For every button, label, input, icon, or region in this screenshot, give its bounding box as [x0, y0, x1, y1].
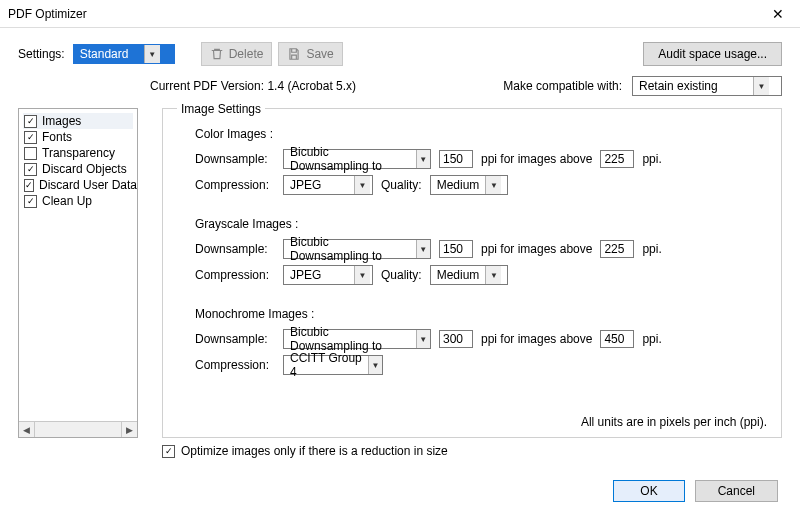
category-list: ✓ Images ✓ Fonts Transparency ✓ Discard …	[18, 108, 138, 438]
chevron-down-icon: ▼	[144, 45, 160, 63]
color-images-heading: Color Images :	[195, 127, 767, 141]
monochrome-images-heading: Monochrome Images :	[195, 307, 767, 321]
sidebar-item-images[interactable]: ✓ Images	[23, 113, 133, 129]
chevron-down-icon: ▼	[368, 356, 382, 374]
checkbox-icon[interactable]	[24, 147, 37, 160]
color-images-section: Color Images : Downsample: Bicubic Downs…	[177, 127, 767, 195]
chevron-down-icon: ▼	[485, 266, 501, 284]
sidebar-item-label: Clean Up	[42, 194, 92, 208]
checkbox-icon[interactable]: ✓	[24, 179, 34, 192]
optimize-checkbox[interactable]: ✓	[162, 445, 175, 458]
units-footnote: All units are in pixels per inch (ppi).	[581, 415, 767, 429]
color-compression-combo[interactable]: JPEG ▼	[283, 175, 373, 195]
color-downsample-row: Downsample: Bicubic Downsampling to ▼ 15…	[195, 149, 767, 169]
chevron-down-icon: ▼	[354, 176, 370, 194]
delete-button[interactable]: Delete	[201, 42, 273, 66]
mono-ppi-input[interactable]: 300	[439, 330, 473, 348]
settings-label: Settings:	[18, 47, 65, 61]
trash-icon	[210, 47, 224, 61]
delete-label: Delete	[229, 47, 264, 61]
gray-quality-combo[interactable]: Medium ▼	[430, 265, 508, 285]
color-compression-row: Compression: JPEG ▼ Quality: Medium ▼	[195, 175, 767, 195]
panel-title: Image Settings	[177, 102, 265, 116]
ppi-above-label: ppi for images above	[481, 152, 592, 166]
compat-label: Make compatible with:	[503, 79, 622, 93]
chevron-down-icon: ▼	[753, 77, 769, 95]
compression-label: Compression:	[195, 178, 275, 192]
save-icon	[287, 47, 301, 61]
grayscale-images-section: Grayscale Images : Downsample: Bicubic D…	[177, 217, 767, 285]
optimize-only-row: ✓ Optimize images only if there is a red…	[0, 438, 800, 458]
compat-value: Retain existing	[633, 79, 753, 93]
gray-downsample-combo[interactable]: Bicubic Downsampling to ▼	[283, 239, 431, 259]
mono-downsample-combo[interactable]: Bicubic Downsampling to ▼	[283, 329, 431, 349]
main-area: ✓ Images ✓ Fonts Transparency ✓ Discard …	[0, 106, 800, 438]
settings-combo-value: Standard	[74, 47, 144, 61]
meta-row: Current PDF Version: 1.4 (Acrobat 5.x) M…	[0, 74, 800, 106]
quality-label: Quality:	[381, 178, 422, 192]
sidebar-item-fonts[interactable]: ✓ Fonts	[23, 129, 133, 145]
toolbar: Settings: Standard ▼ Delete Save Audit s…	[0, 28, 800, 74]
gray-above-input[interactable]: 225	[600, 240, 634, 258]
grayscale-images-heading: Grayscale Images :	[195, 217, 767, 231]
settings-combo[interactable]: Standard ▼	[73, 44, 175, 64]
checkbox-icon[interactable]: ✓	[24, 195, 37, 208]
chevron-down-icon: ▼	[416, 330, 430, 348]
save-label: Save	[306, 47, 333, 61]
sidebar-item-clean-up[interactable]: ✓ Clean Up	[23, 193, 133, 209]
color-ppi-input[interactable]: 150	[439, 150, 473, 168]
sidebar-item-label: Fonts	[42, 130, 72, 144]
chevron-down-icon: ▼	[354, 266, 370, 284]
h-scrollbar[interactable]: ◀ ▶	[19, 421, 137, 437]
color-downsample-combo[interactable]: Bicubic Downsampling to ▼	[283, 149, 431, 169]
sidebar-item-label: Images	[42, 114, 81, 128]
sidebar-item-label: Discard Objects	[42, 162, 127, 176]
current-pdf-version: Current PDF Version: 1.4 (Acrobat 5.x)	[150, 79, 356, 93]
optimize-label: Optimize images only if there is a reduc…	[181, 444, 448, 458]
audit-space-usage-button[interactable]: Audit space usage...	[643, 42, 782, 66]
ppi-label: ppi.	[642, 332, 661, 346]
compression-label: Compression:	[195, 358, 275, 372]
mono-compression-row: Compression: CCITT Group 4 ▼	[195, 355, 767, 375]
sidebar-item-discard-objects[interactable]: ✓ Discard Objects	[23, 161, 133, 177]
checkbox-icon[interactable]: ✓	[24, 163, 37, 176]
checkbox-icon[interactable]: ✓	[24, 131, 37, 144]
monochrome-images-section: Monochrome Images : Downsample: Bicubic …	[177, 307, 767, 375]
scroll-right-icon[interactable]: ▶	[121, 422, 137, 437]
category-items: ✓ Images ✓ Fonts Transparency ✓ Discard …	[19, 109, 137, 421]
compression-label: Compression:	[195, 268, 275, 282]
gray-compression-combo[interactable]: JPEG ▼	[283, 265, 373, 285]
scroll-left-icon[interactable]: ◀	[19, 422, 35, 437]
close-button[interactable]: ✕	[764, 6, 792, 22]
chevron-down-icon: ▼	[416, 240, 430, 258]
compat-combo[interactable]: Retain existing ▼	[632, 76, 782, 96]
downsample-label: Downsample:	[195, 152, 275, 166]
ppi-label: ppi.	[642, 152, 661, 166]
downsample-label: Downsample:	[195, 332, 275, 346]
checkbox-icon[interactable]: ✓	[24, 115, 37, 128]
gray-downsample-row: Downsample: Bicubic Downsampling to ▼ 15…	[195, 239, 767, 259]
color-above-input[interactable]: 225	[600, 150, 634, 168]
gray-ppi-input[interactable]: 150	[439, 240, 473, 258]
ok-button[interactable]: OK	[613, 480, 684, 502]
quality-label: Quality:	[381, 268, 422, 282]
sidebar-item-transparency[interactable]: Transparency	[23, 145, 133, 161]
save-button[interactable]: Save	[278, 42, 342, 66]
title-bar: PDF Optimizer ✕	[0, 0, 800, 28]
window-title: PDF Optimizer	[8, 7, 764, 21]
dialog-buttons: OK Cancel	[0, 458, 800, 502]
image-settings-panel: Image Settings Color Images : Downsample…	[162, 108, 782, 438]
chevron-down-icon: ▼	[416, 150, 430, 168]
sidebar-item-label: Transparency	[42, 146, 115, 160]
ppi-above-label: ppi for images above	[481, 332, 592, 346]
scroll-track[interactable]	[35, 422, 121, 437]
cancel-button[interactable]: Cancel	[695, 480, 778, 502]
mono-above-input[interactable]: 450	[600, 330, 634, 348]
downsample-label: Downsample:	[195, 242, 275, 256]
ppi-label: ppi.	[642, 242, 661, 256]
mono-downsample-row: Downsample: Bicubic Downsampling to ▼ 30…	[195, 329, 767, 349]
color-quality-combo[interactable]: Medium ▼	[430, 175, 508, 195]
gray-compression-row: Compression: JPEG ▼ Quality: Medium ▼	[195, 265, 767, 285]
mono-compression-combo[interactable]: CCITT Group 4 ▼	[283, 355, 383, 375]
sidebar-item-discard-user-data[interactable]: ✓ Discard User Data	[23, 177, 133, 193]
